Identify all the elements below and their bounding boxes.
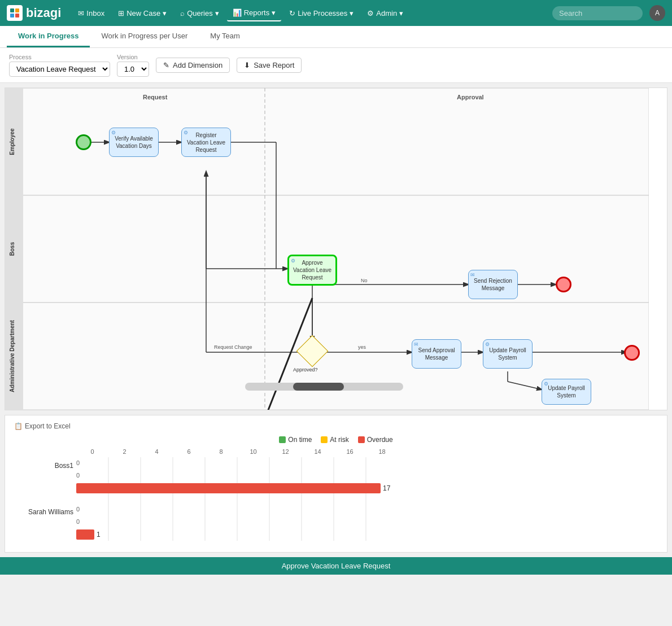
svg-rect-4 — [5, 88, 649, 195]
save-report-button[interactable]: ⬇ Save Report — [237, 58, 302, 73]
x-axis-labels: 0 2 4 6 8 10 12 14 16 18 — [76, 448, 658, 455]
nav-admin[interactable]: ⚙ Admin ▾ — [361, 6, 409, 21]
tab-work-in-progress[interactable]: Work in Progress — [7, 26, 90, 47]
boss1-row-2: 0 — [76, 470, 658, 481]
legend-on-time: On time — [279, 436, 312, 444]
chevron-down-icon: ▾ — [350, 9, 354, 17]
on-time-color — [279, 436, 286, 443]
new-case-icon: ⊞ — [118, 9, 124, 17]
chart-legend: On time At risk Overdue — [14, 436, 658, 444]
avatar: A — [649, 5, 665, 21]
toolbar: Process Vacation Leave Request Version 1… — [0, 48, 672, 83]
diagram-canvas[interactable]: Employee Boss Administrative Department … — [5, 88, 649, 410]
svg-text:yes: yes — [358, 344, 366, 350]
legend-at-risk: At risk — [321, 436, 348, 444]
nav-reports[interactable]: 📊 Reports ▾ — [227, 5, 282, 21]
svg-rect-5 — [5, 195, 649, 303]
sarah-value: 1 — [97, 531, 101, 539]
end-event-1 — [556, 277, 571, 292]
boss1-row-3: 17 — [76, 482, 658, 494]
boss1-row-1: 0 — [76, 457, 658, 469]
at-risk-color — [321, 436, 328, 443]
search-input[interactable] — [552, 6, 643, 20]
svg-text:No: No — [361, 278, 368, 283]
navbar: bizagi ✉ Inbox ⊞ New Case ▾ ⌕ Queries ▾ … — [0, 0, 672, 26]
version-selector: Version 1.0 — [117, 54, 149, 77]
gateway-label: Approved? — [293, 367, 318, 373]
nav-queries[interactable]: ⌕ Queries ▾ — [174, 6, 225, 21]
task-icon-approval: ✉ — [414, 342, 418, 348]
nav-live-processes[interactable]: ↻ Live Processes ▾ — [283, 6, 359, 21]
process-label: Process — [9, 54, 110, 60]
task-icon-rejection: ✉ — [470, 272, 475, 279]
boss1-bar-overdue — [76, 483, 381, 493]
sarah-row-1: 0 — [76, 504, 658, 515]
add-dimension-button[interactable]: ✎ Add Dimension — [156, 58, 230, 73]
task-update-payroll[interactable]: ⚙ Update Payroll System — [483, 339, 533, 369]
save-icon: ⬇ — [244, 61, 250, 69]
tab-work-in-progress-per-user[interactable]: Work in Progress per User — [90, 26, 199, 47]
excel-icon: 📋 — [14, 422, 23, 430]
inbox-icon: ✉ — [78, 9, 84, 17]
svg-text:Request Change: Request Change — [214, 344, 252, 350]
svg-rect-0 — [10, 8, 14, 12]
chevron-down-icon: ▾ — [399, 9, 403, 17]
svg-text:Request: Request — [143, 94, 168, 100]
svg-text:Employee: Employee — [9, 128, 15, 155]
task-send-rejection[interactable]: ✉ Send Rejection Message — [468, 270, 518, 299]
diagram-svg: Employee Boss Administrative Department … — [5, 88, 649, 410]
chart-section: 📋 Export to Excel On time At risk Overdu… — [5, 415, 667, 553]
nav-inbox[interactable]: ✉ Inbox — [72, 6, 110, 21]
sarah-row-3: 1 — [76, 528, 658, 541]
chevron-down-icon: ▾ — [215, 9, 219, 17]
task-icon-payroll2: ⚙ — [544, 381, 548, 388]
app-logo[interactable]: bizagi — [7, 5, 61, 21]
task-update-payroll2[interactable]: ⚙ Update Payroll System — [542, 379, 591, 405]
task-send-approval[interactable]: ✉ Send Approval Message — [412, 339, 461, 369]
task-icon-approve: ⚙ — [291, 258, 295, 265]
process-dropdown[interactable]: Vacation Leave Request — [9, 62, 110, 77]
task-approve[interactable]: ⚙ Approve Vacation Leave Request — [287, 255, 337, 286]
svg-rect-1 — [15, 8, 19, 12]
legend-overdue: Overdue — [358, 436, 393, 444]
reports-icon: 📊 — [233, 8, 242, 17]
boss1-value: 17 — [383, 484, 390, 492]
sarah-row-2: 0 — [76, 516, 658, 527]
nav-new-case[interactable]: ⊞ New Case ▾ — [112, 6, 172, 21]
chevron-down-icon: ▾ — [163, 9, 167, 17]
sarah-label: Sarah Williams — [14, 508, 73, 516]
boss1-label: Boss1 — [14, 462, 73, 470]
live-icon: ↻ — [289, 9, 295, 17]
task-register[interactable]: ⚙ Register Vacation Leave Request — [181, 128, 231, 157]
footer-label: Approve Vacation Leave Request — [0, 557, 672, 575]
task-icon-payroll: ⚙ — [485, 342, 490, 348]
svg-rect-2 — [10, 14, 14, 17]
boss1-group: Boss1 0 0 17 — [76, 457, 658, 494]
export-button[interactable]: 📋 Export to Excel — [14, 422, 658, 430]
search-icon: ⌕ — [180, 9, 185, 17]
chart-body: 0 2 4 6 8 10 12 14 16 18 — [14, 448, 658, 541]
start-event — [76, 134, 91, 150]
overdue-color — [358, 436, 365, 443]
task-verify[interactable]: ⚙ Verify Available Vacation Days — [109, 128, 159, 157]
task-icon-register: ⚙ — [184, 130, 188, 137]
tab-my-team[interactable]: My Team — [199, 26, 251, 47]
process-selector: Process Vacation Leave Request — [9, 54, 110, 77]
chart-grid-area: Boss1 0 0 17 Sarah Williams — [76, 457, 658, 541]
svg-text:Approval: Approval — [457, 94, 484, 100]
svg-text:Boss: Boss — [9, 242, 15, 256]
svg-rect-38 — [293, 383, 344, 391]
version-label: Version — [117, 54, 149, 60]
logo-icon — [7, 5, 23, 21]
tabs-bar: Work in Progress Work in Progress per Us… — [0, 26, 672, 48]
chevron-down-icon: ▾ — [272, 8, 276, 17]
task-icon: ⚙ — [111, 130, 116, 137]
svg-text:Administrative Department: Administrative Department — [9, 319, 15, 392]
diagram-container: Employee Boss Administrative Department … — [5, 87, 667, 410]
svg-rect-3 — [15, 14, 19, 17]
sarah-group: Sarah Williams 0 0 1 — [76, 504, 658, 541]
sarah-bar-overdue — [76, 529, 94, 540]
app-name: bizagi — [26, 6, 61, 20]
version-dropdown[interactable]: 1.0 — [117, 62, 149, 77]
end-event-2 — [624, 345, 640, 361]
